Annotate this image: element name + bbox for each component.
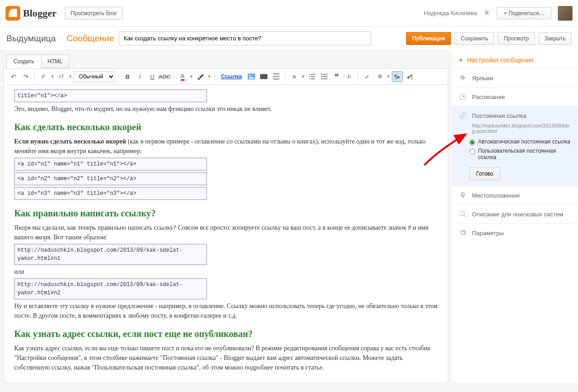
ltr-icon[interactable]: ¶▸	[392, 71, 403, 82]
text-color-icon[interactable]: A	[177, 71, 188, 82]
sidebar-header[interactable]: ▾ Настройки сообщения	[452, 50, 578, 68]
search-icon	[459, 210, 467, 218]
sidebar-item-search-description[interactable]: Описание для поисковых систем	[452, 204, 578, 223]
tab-html[interactable]: HTML	[41, 55, 70, 68]
radio-auto-permalink[interactable]: Автоматическая постоянная ссылка	[469, 138, 571, 145]
bullet-list-icon[interactable]	[319, 71, 330, 82]
jump-break-icon[interactable]	[271, 71, 282, 82]
blogger-icon	[6, 6, 20, 21]
heading: Как узнать адрес ссылки, если пост еще н…	[14, 327, 438, 341]
permalink-done-button[interactable]: Готово	[469, 167, 500, 180]
share-button[interactable]: + Поделиться…	[497, 7, 551, 19]
code-snippet[interactable]: title="n1"></a>	[14, 89, 207, 102]
heading: Как сделать несколько якорей	[14, 120, 438, 134]
notification-bell-icon[interactable]	[483, 9, 490, 17]
sidebar-item-labels[interactable]: Ярлыки	[452, 68, 578, 87]
pin-icon	[459, 192, 467, 199]
code-snippet[interactable]: http://naduschkin.blogspot.com/2013/09/k…	[14, 278, 207, 299]
code-snippet[interactable]: <a id="n2" name="n2" title="n2"></a>	[14, 172, 207, 185]
svg-point-14	[321, 76, 322, 77]
paragraph: Ну и вставляете эту ссылку в нужное пред…	[14, 301, 438, 320]
editor-content-area[interactable]: title="n1"></a> Это, видимо, Blogger, чт…	[4, 85, 448, 383]
editor-tabs: Создать HTML	[0, 50, 452, 68]
svg-point-16	[321, 78, 322, 80]
view-blog-button[interactable]: Просмотреть блог	[65, 7, 123, 20]
highlight-icon[interactable]	[195, 71, 206, 82]
font-family-icon[interactable]: F	[38, 71, 49, 82]
video-icon[interactable]	[258, 71, 269, 82]
sidebar-item-schedule[interactable]: Расписание	[452, 87, 578, 106]
svg-rect-2	[260, 74, 267, 79]
image-icon[interactable]	[246, 71, 257, 82]
tab-compose[interactable]: Создать	[6, 55, 41, 68]
close-button[interactable]: Закрыть	[539, 32, 572, 45]
section-label: Сообщение	[67, 33, 114, 44]
user-avatar[interactable]	[558, 6, 572, 21]
sidebar-item-location[interactable]: Местоположение	[452, 186, 578, 204]
save-button[interactable]: Сохранить	[455, 32, 494, 45]
heading-select[interactable]: Обычный	[74, 71, 115, 82]
svg-rect-7	[311, 74, 316, 74]
code-snippet[interactable]: <a id="n1" name="n1" title="n1"></a>	[14, 158, 207, 171]
underline-icon[interactable]: U	[147, 71, 158, 82]
gear-icon	[459, 229, 467, 237]
blog-name[interactable]: Выдумщица	[6, 33, 56, 44]
logo-text: Blogger	[23, 7, 56, 19]
publish-button[interactable]: Публикация	[406, 32, 451, 45]
sidebar-item-permalink[interactable]: Постоянная ссылка	[459, 112, 571, 119]
clock-icon	[459, 93, 467, 100]
transliterate-icon[interactable]: अ	[374, 71, 385, 82]
redo-icon[interactable]: ↷	[20, 71, 31, 82]
user-name[interactable]: Надежда Киселева	[424, 10, 477, 17]
strikethrough-icon[interactable]: ABC	[159, 71, 170, 82]
numbered-list-icon[interactable]: 123	[306, 71, 317, 82]
code-snippet[interactable]: <a id="n3" name="n3" title="n3"></a>	[14, 187, 207, 200]
link-icon	[459, 112, 467, 119]
svg-rect-4	[273, 76, 279, 77]
paragraph: Якоря мы сделали, как теперь правильно н…	[14, 223, 438, 242]
align-icon[interactable]: ≡	[289, 71, 300, 82]
post-settings-sidebar: ▾ Настройки сообщения Ярлыки Расписание …	[452, 50, 578, 383]
top-bar: Blogger Просмотреть блог Надежда Киселев…	[0, 0, 578, 27]
svg-point-1	[250, 75, 251, 76]
code-snippet[interactable]: http://naduschkin.blogspot.com/2013/09/k…	[14, 244, 207, 265]
svg-point-12	[321, 74, 322, 75]
post-title-input[interactable]	[119, 31, 371, 45]
paragraph: Вот и все! Если остались вопросы, пишите…	[14, 382, 438, 383]
bold-icon[interactable]: B	[122, 71, 133, 82]
preview-button[interactable]: Просмотр	[498, 32, 535, 45]
svg-rect-3	[273, 73, 279, 74]
italic-icon[interactable]: I	[134, 71, 145, 82]
heading: Как правильно написать ссылку?	[14, 206, 438, 220]
spellcheck-icon[interactable]: ✓	[361, 71, 372, 82]
paragraph: или	[14, 267, 438, 276]
svg-rect-5	[273, 78, 279, 79]
quote-icon[interactable]: ❝	[331, 71, 342, 82]
tag-icon	[459, 74, 467, 82]
title-bar: Выдумщица · Сообщение Публикация Сохрани…	[0, 27, 578, 50]
sidebar-panel-permalink: Постоянная ссылка http://naduschkin.blog…	[452, 106, 578, 186]
svg-rect-9	[311, 76, 316, 77]
font-size-icon[interactable]: тТ	[56, 71, 67, 82]
svg-point-19	[460, 211, 464, 215]
undo-icon[interactable]: ↶	[8, 71, 19, 82]
svg-text:3: 3	[309, 78, 310, 80]
svg-rect-15	[323, 76, 328, 77]
radio-custom-permalink[interactable]: Пользовательская постоянная ссылка	[469, 148, 571, 160]
paragraph: Если нужно сделать несколько якорей (как…	[14, 137, 438, 156]
editor-toolbar: ↶ ↷ F ▼ тТ ▼ Обычный B I U ABC A ▼ ▼ Ссы…	[4, 68, 448, 85]
remove-format-icon[interactable]: Ix	[344, 71, 355, 82]
caret-down-icon: ▾	[459, 56, 462, 64]
svg-rect-17	[323, 78, 328, 79]
paragraph: Это, видимо, Blogger, что-то мудрит, но …	[14, 104, 438, 114]
sidebar-item-options[interactable]: Параметры	[452, 223, 578, 242]
permalink-url: http://naduschkin.blogspot.com/2013/09/b…	[472, 123, 571, 134]
svg-rect-13	[323, 74, 328, 74]
paragraph: Как узнать адрес ссылки, если вы еще тол…	[14, 343, 438, 372]
link-button[interactable]: Ссылка	[218, 73, 245, 80]
blogger-logo[interactable]: Blogger	[6, 6, 56, 21]
rtl-icon[interactable]: ◂¶	[404, 71, 415, 82]
svg-rect-11	[311, 78, 316, 79]
